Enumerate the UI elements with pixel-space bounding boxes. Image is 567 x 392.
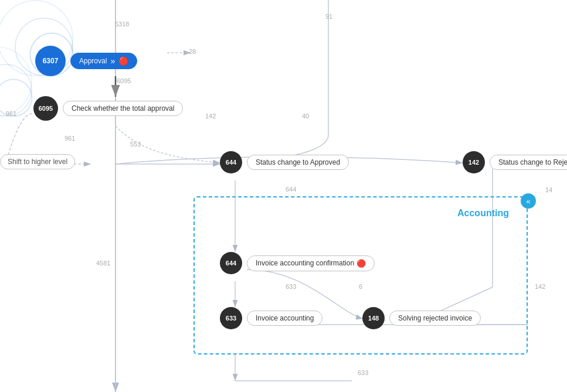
edge-label-6095: 6095 <box>117 77 131 84</box>
node-6307[interactable]: 6307 Approval » 🔴 <box>35 46 137 76</box>
node-148-label: Solving rejected invoice <box>389 311 481 326</box>
accounting-title: Accounting <box>457 208 509 219</box>
edge-label-961-left: 961 <box>6 110 16 117</box>
node-644b-circle: 644 <box>220 252 242 274</box>
node-148-circle: 148 <box>362 307 385 329</box>
node-6095-label: Check whether the total approval <box>63 101 183 116</box>
node-6095[interactable]: 6095 Check whether the total approval <box>33 96 183 121</box>
edge-label-4581: 4581 <box>96 260 110 267</box>
accounting-group-box <box>193 196 528 354</box>
edge-label-40: 40 <box>302 113 309 120</box>
node-644a-circle: 644 <box>220 151 242 173</box>
edge-label-644: 644 <box>286 186 296 193</box>
edge-label-142-right: 142 <box>535 283 545 290</box>
edge-label-6: 6 <box>359 283 362 290</box>
edge-label-14: 14 <box>545 186 552 193</box>
pin-icon: 🔴 <box>118 56 128 66</box>
node-148[interactable]: 148 Solving rejected invoice <box>362 307 481 329</box>
edge-label-142: 142 <box>205 113 216 120</box>
edge-label-5318: 5318 <box>115 21 129 28</box>
edge-label-961-bottom: 961 <box>64 135 75 142</box>
edge-label-633-bottom: 633 <box>358 369 368 376</box>
node-6307-label: Approval » 🔴 <box>70 53 137 69</box>
node-6307-circle: 6307 <box>35 46 66 76</box>
pin-icon-2: 🔴 <box>357 259 366 268</box>
edge-label-91: 91 <box>325 13 332 20</box>
edge-label-633-inner: 633 <box>286 283 296 290</box>
node-142a-label: Status change to Rejected <box>490 155 567 170</box>
node-633a[interactable]: 633 Invoice accounting <box>220 307 322 329</box>
node-644a-label: Status change to Approved <box>247 155 349 170</box>
collapse-button[interactable]: « <box>521 193 536 209</box>
node-644b-label: Invoice accounting confirmation 🔴 <box>247 255 375 271</box>
node-644b[interactable]: 644 Invoice accounting confirmation 🔴 <box>220 252 375 274</box>
edge-label-28: 28 <box>189 48 196 55</box>
node-142a[interactable]: 142 Status change to Rejected <box>463 151 567 173</box>
node-6095-circle: 6095 <box>33 96 58 121</box>
node-633a-circle: 633 <box>220 307 242 329</box>
edge-label-553: 553 <box>130 141 141 148</box>
node-142a-circle: 142 <box>463 151 485 173</box>
node-633a-label: Invoice accounting <box>247 311 322 326</box>
node-644a[interactable]: 644 Status change to Approved <box>220 151 349 173</box>
chevron-right-icon: » <box>110 56 115 66</box>
shift-higher-level-label: Shift to higher level <box>0 154 75 169</box>
